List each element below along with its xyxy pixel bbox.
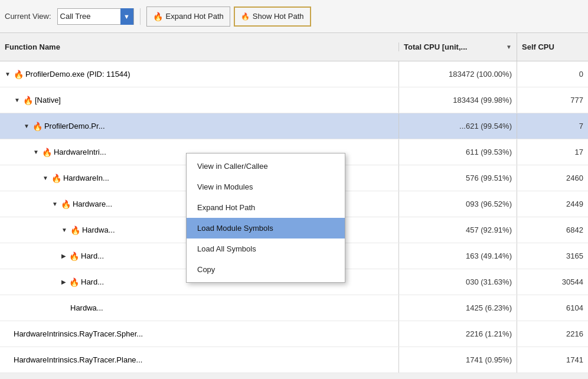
row-self-cpu-cell: 6842	[517, 217, 588, 243]
function-name-text: Hard...	[81, 251, 104, 260]
row-self-cpu-cell: 2460	[517, 165, 588, 191]
row-total-cpu-cell: 1741 (0.95%)	[399, 347, 517, 373]
fire-icon: 🔥	[69, 251, 79, 261]
table-row[interactable]: ▼ 🔥 [Native] 183434 (99.98%) 777	[0, 87, 588, 113]
toolbar-separator	[140, 8, 141, 25]
row-total-cpu-cell: ...621 (99.54%)	[399, 113, 517, 139]
row-self-cpu-cell: 0	[517, 61, 588, 87]
expand-icon[interactable]: ▶	[61, 279, 66, 285]
function-name-text: [Native]	[35, 96, 61, 104]
show-hot-path-button[interactable]: 🔥 Show Hot Path	[234, 6, 311, 27]
collapse-icon[interactable]: ▼	[24, 123, 30, 129]
fire-icon: 🔥	[42, 148, 52, 157]
row-function-cell: Hardwa...	[0, 295, 399, 321]
context-menu-item-expand-hot-path[interactable]: Expand Hot Path	[187, 197, 345, 218]
row-self-cpu-cell: 30544	[517, 269, 588, 295]
collapse-icon[interactable]: ▼	[5, 71, 11, 77]
row-self-cpu-cell: 1741	[517, 347, 588, 373]
context-menu-item-load-all-symbols[interactable]: Load All Symbols	[187, 238, 345, 259]
row-function-cell: HardwareIntrinsics.RayTracer.Spher...	[0, 321, 399, 347]
expand-icon[interactable]: ▶	[61, 253, 66, 259]
row-self-cpu-cell: 7	[517, 113, 588, 139]
sort-arrow-icon: ▼	[506, 44, 512, 50]
collapse-icon[interactable]: ▼	[43, 175, 48, 181]
hotpath-icon-show: 🔥	[241, 12, 250, 21]
expand-hot-path-label: Expand Hot Path	[166, 12, 224, 21]
row-total-cpu-cell: 1425 (6.23%)	[399, 295, 517, 321]
row-self-cpu-cell: 777	[517, 87, 588, 113]
table-row[interactable]: Hardwa... 1425 (6.23%) 6104	[0, 295, 588, 321]
fire-icon: 🔥	[70, 226, 80, 235]
fire-icon-expand: 🔥	[153, 12, 163, 21]
function-name-text: HardwareIntrinsics.RayTracer.Spher...	[14, 329, 143, 338]
function-name-text: Hardwa...	[82, 226, 115, 234]
col-total-cpu: Total CPU [unit,... ▼	[399, 33, 517, 61]
view-dropdown[interactable]: Call Tree ▼	[57, 8, 134, 25]
current-view-label: Current View:	[5, 12, 51, 21]
table-row[interactable]: HardwareIntrinsics.RayTracer.Plane... 17…	[0, 347, 588, 373]
toolbar: Current View: Call Tree ▼ 🔥 Expand Hot P…	[0, 0, 588, 33]
function-name-text: HardwareIn...	[63, 174, 109, 182]
show-hot-path-label: Show Hot Path	[253, 12, 304, 21]
row-function-cell: HardwareIntrinsics.RayTracer.Plane...	[0, 347, 399, 373]
expand-hot-path-button[interactable]: 🔥 Expand Hot Path	[146, 6, 230, 27]
row-self-cpu-cell: 6104	[517, 295, 588, 321]
row-total-cpu-cell: 183434 (99.98%)	[399, 87, 517, 113]
row-total-cpu-cell: 183472 (100.00%)	[399, 61, 517, 87]
table-row[interactable]: ▼ 🔥 ProfilerDemo.exe (PID: 11544) 183472…	[0, 61, 588, 87]
row-total-cpu-cell: 163 (49.14%)	[399, 243, 517, 269]
context-menu-item-view-caller-callee[interactable]: View in Caller/Callee	[187, 156, 345, 177]
fire-icon: 🔥	[51, 174, 61, 183]
function-name-text: ProfilerDemo.Pr...	[44, 122, 105, 130]
function-name-text: Hard...	[81, 277, 104, 286]
function-name-text: HardwareIntrinsics.RayTracer.Plane...	[14, 355, 142, 364]
row-total-cpu-cell: 576 (99.51%)	[399, 165, 517, 191]
row-total-cpu-cell: 030 (31.63%)	[399, 269, 517, 295]
table-body: ▼ 🔥 ProfilerDemo.exe (PID: 11544) 183472…	[0, 61, 588, 379]
fire-icon: 🔥	[23, 96, 33, 105]
row-total-cpu-cell: 611 (99.53%)	[399, 139, 517, 165]
main-content: Function Name Total CPU [unit,... ▼ Self…	[0, 33, 588, 379]
col-function-name: Function Name	[0, 43, 399, 51]
collapse-icon[interactable]: ▼	[52, 201, 58, 207]
table-header: Function Name Total CPU [unit,... ▼ Self…	[0, 33, 588, 61]
fire-icon: 🔥	[61, 200, 71, 209]
context-menu-item-load-module-symbols[interactable]: Load Module Symbols	[187, 218, 345, 238]
row-function-cell: ▼ 🔥 [Native]	[0, 87, 399, 113]
table-row[interactable]: HardwareIntrinsics.RayTracer.Spher... 22…	[0, 321, 588, 347]
view-dropdown-text: Call Tree	[60, 12, 91, 21]
row-function-cell: ▼ 🔥 ProfilerDemo.exe (PID: 11544)	[0, 61, 399, 87]
function-name-text: Hardwa...	[70, 303, 103, 312]
context-menu-item-copy[interactable]: Copy	[187, 259, 345, 280]
row-function-cell: ▼ 🔥 ProfilerDemo.Pr...	[0, 113, 399, 139]
fire-icon: 🔥	[69, 277, 79, 287]
dropdown-arrow-icon[interactable]: ▼	[120, 8, 133, 25]
function-name-text: Hardware...	[73, 200, 112, 208]
row-self-cpu-cell: 2449	[517, 191, 588, 217]
function-name-text: HardwareIntri...	[54, 148, 106, 156]
row-self-cpu-cell: 2216	[517, 321, 588, 347]
row-self-cpu-cell: 17	[517, 139, 588, 165]
col-self-cpu: Self CPU	[517, 33, 588, 61]
fire-icon: 🔥	[32, 122, 43, 131]
function-name-text: ProfilerDemo.exe (PID: 11544)	[25, 70, 130, 79]
collapse-icon[interactable]: ▼	[61, 227, 67, 233]
row-self-cpu-cell: 3165	[517, 243, 588, 269]
row-total-cpu-cell: 457 (92.91%)	[399, 217, 517, 243]
table-row[interactable]: ▼ 🔥 ProfilerDemo.Pr... ...621 (99.54%) 7	[0, 113, 588, 139]
row-total-cpu-cell: 093 (96.52%)	[399, 191, 517, 217]
context-menu-item-view-modules[interactable]: View in Modules	[187, 177, 345, 197]
context-menu: View in Caller/Callee View in Modules Ex…	[186, 153, 345, 283]
fire-icon: 🔥	[14, 70, 24, 79]
collapse-icon[interactable]: ▼	[14, 97, 20, 103]
collapse-icon[interactable]: ▼	[33, 149, 39, 155]
row-total-cpu-cell: 2216 (1.21%)	[399, 321, 517, 347]
